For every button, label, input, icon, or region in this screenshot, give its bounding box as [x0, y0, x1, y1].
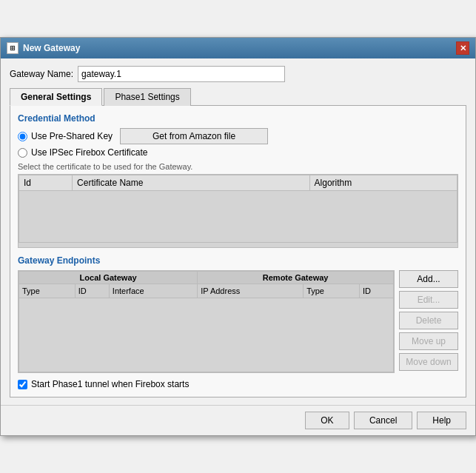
delete-button[interactable]: Delete — [399, 312, 458, 329]
close-button[interactable]: ✕ — [456, 41, 469, 55]
radio-cert[interactable] — [18, 148, 27, 158]
gateway-name-input[interactable] — [78, 66, 285, 82]
ep-col-local-id: ID — [75, 284, 109, 298]
cancel-button[interactable]: Cancel — [354, 412, 412, 429]
new-gateway-dialog: ⊞ New Gateway ✕ Gateway Name: General Se… — [0, 37, 476, 436]
endpoints-layout: Local Gateway Remote Gateway Type ID Int… — [18, 270, 458, 373]
title-bar-left: ⊞ New Gateway — [7, 42, 80, 54]
credential-method-label: Credential Method — [18, 113, 458, 124]
title-bar: ⊞ New Gateway ✕ — [1, 38, 475, 58]
local-gateway-header: Local Gateway — [19, 272, 198, 284]
cert-col-id: Id — [19, 175, 73, 191]
endpoints-table: Local Gateway Remote Gateway Type ID Int… — [19, 271, 394, 372]
tab-phase1[interactable]: Phase1 Settings — [104, 88, 190, 106]
ep-col-remote-id: ID — [359, 284, 393, 298]
cert-table: Id Certificate Name Algorithm — [19, 175, 457, 243]
endpoints-section: Gateway Endpoints Local Gateway Remote G… — [18, 255, 458, 373]
ok-button[interactable]: OK — [305, 412, 349, 429]
amazon-file-button[interactable]: Get from Amazon file — [120, 128, 268, 144]
footer-buttons: OK Cancel Help — [1, 405, 475, 435]
cert-hint: Select the certificate to be used for th… — [18, 162, 458, 171]
dialog-content: Gateway Name: General Settings Phase1 Se… — [1, 58, 475, 405]
ep-col-remote-ip: IP Address — [198, 284, 304, 298]
move-up-button[interactable]: Move up — [399, 332, 458, 350]
start-tunnel-checkbox[interactable] — [18, 380, 27, 389]
dialog-title: New Gateway — [23, 43, 80, 53]
help-button[interactable]: Help — [417, 412, 466, 429]
endpoints-table-wrapper: Local Gateway Remote Gateway Type ID Int… — [18, 270, 395, 373]
remote-gateway-header: Remote Gateway — [198, 272, 394, 284]
move-down-button[interactable]: Move down — [399, 353, 458, 371]
start-tunnel-row: Start Phase1 tunnel when Firebox starts — [18, 379, 458, 389]
gateway-name-label: Gateway Name: — [10, 69, 73, 79]
start-tunnel-label: Start Phase1 tunnel when Firebox starts — [31, 379, 189, 389]
endpoints-label: Gateway Endpoints — [18, 255, 458, 266]
edit-button[interactable]: Edit... — [399, 291, 458, 309]
radio-psk-row: Use Pre-Shared Key Get from Amazon file — [18, 128, 458, 144]
radio-cert-row: Use IPSec Firebox Certificate — [18, 147, 458, 158]
add-button[interactable]: Add... — [399, 270, 458, 288]
cert-table-wrapper: Id Certificate Name Algorithm — [18, 174, 458, 248]
radio-cert-label: Use IPSec Firebox Certificate — [31, 147, 147, 158]
ep-table-empty — [19, 298, 394, 372]
cert-table-empty — [19, 191, 457, 243]
ep-col-local-iface: Interface — [109, 284, 197, 298]
radio-psk-label: Use Pre-Shared Key — [31, 131, 113, 141]
cert-col-algo: Algorithm — [309, 175, 457, 191]
gateway-icon: ⊞ — [7, 42, 19, 54]
ep-col-remote-type: Type — [304, 284, 360, 298]
radio-psk[interactable] — [18, 132, 27, 141]
gateway-name-row: Gateway Name: — [10, 66, 466, 82]
tab-content-general: Credential Method Use Pre-Shared Key Get… — [10, 106, 466, 397]
ep-col-local-type: Type — [19, 284, 76, 298]
endpoints-buttons: Add... Edit... Delete Move up Move down — [399, 270, 458, 371]
tab-general[interactable]: General Settings — [10, 88, 102, 106]
cert-col-name: Certificate Name — [73, 175, 310, 191]
tab-bar: General Settings Phase1 Settings — [10, 88, 466, 106]
